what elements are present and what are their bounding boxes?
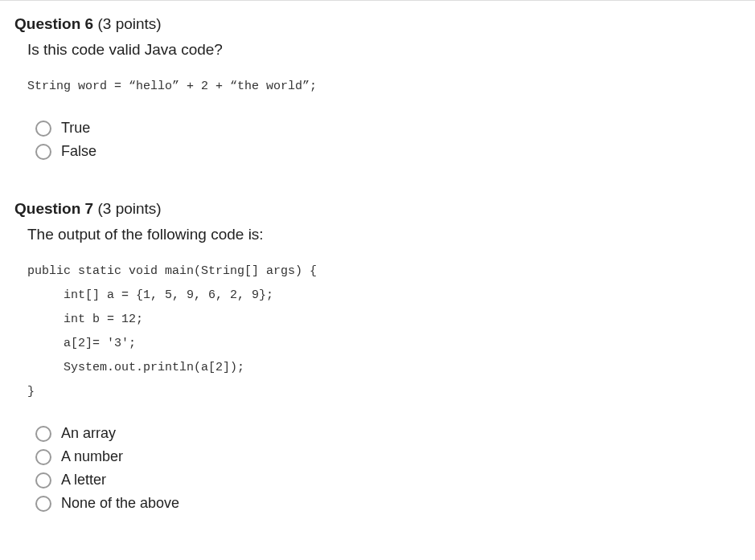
code-block: public static void main(String[] args) {… [27,260,741,404]
option-a-number[interactable]: A number [35,448,741,465]
question-points: (3 points) [97,15,161,32]
radio-icon [35,426,51,442]
radio-icon [35,472,51,488]
question-prompt: Is this code valid Java code? [27,41,741,59]
options-list: An array A number A letter None of the a… [35,425,741,512]
question-header: Question 6 (3 points) [14,15,741,33]
option-true[interactable]: True [35,120,741,137]
question-number: Question 6 [14,15,93,32]
radio-icon [35,144,51,160]
option-label: A letter [61,472,106,488]
option-an-array[interactable]: An array [35,425,741,442]
option-a-letter[interactable]: A letter [35,472,741,488]
option-label: True [61,120,90,137]
question-number: Question 7 [14,200,93,217]
question-block-6: Question 6 (3 points) Is this code valid… [0,1,755,186]
option-label: A number [61,448,123,465]
question-header: Question 7 (3 points) [14,200,741,218]
quiz-container: Question 6 (3 points) Is this code valid… [0,0,755,538]
option-false[interactable]: False [35,143,741,160]
question-points: (3 points) [97,200,161,217]
radio-icon [35,496,51,512]
code-block: String word = “hello” + 2 + “the world”; [27,75,741,99]
options-list: True False [35,120,741,160]
option-none-of-above[interactable]: None of the above [35,495,741,512]
radio-icon [35,449,51,465]
question-block-7: Question 7 (3 points) The output of the … [0,186,755,538]
option-label: None of the above [61,495,179,512]
option-label: An array [61,425,116,442]
option-label: False [61,143,96,160]
question-prompt: The output of the following code is: [27,226,741,243]
radio-icon [35,121,51,137]
